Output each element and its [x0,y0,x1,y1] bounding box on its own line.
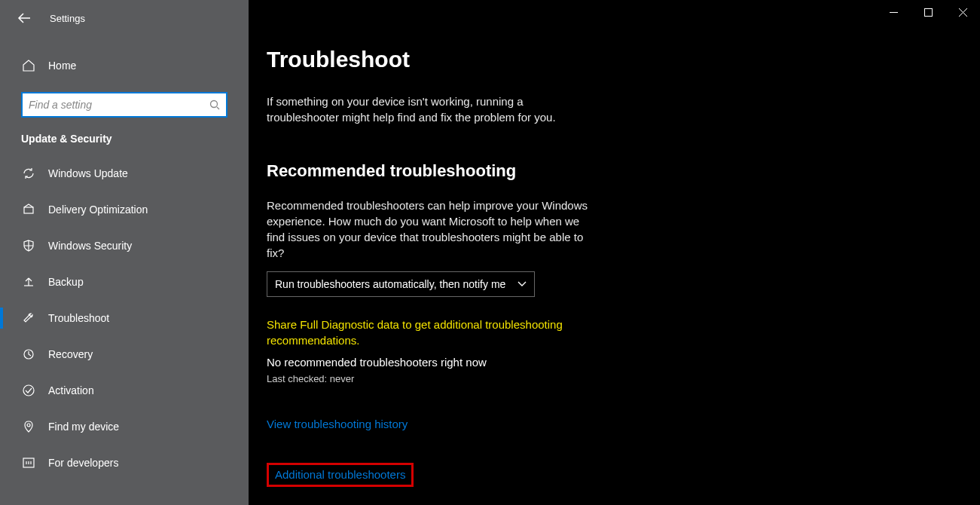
sidebar-item-label: Delivery Optimization [48,204,148,216]
close-button[interactable] [945,0,980,24]
status-text: No recommended troubleshooters right now [267,356,749,369]
sidebar: Settings Home Update & Security Windo [0,0,249,505]
additional-troubleshooters-link[interactable]: Additional troubleshooters [275,468,405,481]
shield-icon [21,239,36,252]
svg-point-3 [23,385,34,396]
window-controls [876,0,980,24]
minimize-icon [890,8,898,17]
sidebar-item-label: Windows Update [48,167,128,179]
diagnostic-warning[interactable]: Share Full Diagnostic data to get additi… [267,317,568,348]
sidebar-item-for-developers[interactable]: For developers [0,445,249,481]
main-content: Troubleshoot If something on your device… [249,0,980,505]
activation-icon [21,384,36,397]
app-title: Settings [50,13,85,24]
developers-icon [21,456,36,470]
sidebar-item-home[interactable]: Home [0,51,249,80]
wrench-icon [21,311,36,325]
page-title: Troubleshoot [267,47,749,72]
sidebar-item-label: Recovery [48,348,93,360]
search-input[interactable] [23,93,226,116]
location-icon [21,420,36,433]
svg-point-0 [211,101,218,108]
maximize-icon [924,8,933,17]
sidebar-item-backup[interactable]: Backup [0,264,249,300]
view-history-link[interactable]: View troubleshooting history [267,418,408,430]
troubleshooter-preference-dropdown[interactable]: Run troubleshooters automatically, then … [267,271,535,297]
sidebar-item-label: Windows Security [48,240,132,252]
sidebar-item-label: Find my device [48,421,119,433]
svg-rect-1 [24,207,33,213]
intro-text: If something on your device isn't workin… [267,93,591,125]
arrow-left-icon [17,12,31,24]
sidebar-item-troubleshoot[interactable]: Troubleshoot [0,300,249,336]
sidebar-item-label: Activation [48,384,94,396]
backup-icon [21,275,36,289]
section-heading: Recommended troubleshooting [267,161,749,181]
close-icon [959,8,967,17]
sidebar-item-label: Troubleshoot [48,312,109,324]
last-checked-text: Last checked: never [267,373,749,384]
home-icon [21,59,36,72]
minimize-button[interactable] [876,0,911,24]
svg-rect-6 [924,8,932,16]
search-icon [209,99,220,110]
home-label: Home [48,60,76,72]
search-box[interactable] [21,92,227,118]
sidebar-header: Settings [0,0,249,36]
sidebar-section-title: Update & Security [0,133,249,155]
dropdown-value: Run troubleshooters automatically, then … [275,278,505,290]
back-button[interactable] [12,6,36,30]
section-description: Recommended troubleshooters can help imp… [267,197,598,261]
maximize-button[interactable] [911,0,945,24]
svg-point-4 [27,424,30,427]
sync-icon [21,167,36,180]
nav-list: Windows Update Delivery Optimization Win… [0,155,249,481]
search-wrapper [0,92,249,133]
sidebar-item-activation[interactable]: Activation [0,372,249,409]
sidebar-item-recovery[interactable]: Recovery [0,336,249,372]
sidebar-item-label: For developers [48,457,118,469]
additional-troubleshooters-highlight: Additional troubleshooters [267,463,414,487]
sidebar-item-windows-update[interactable]: Windows Update [0,155,249,191]
sidebar-item-windows-security[interactable]: Windows Security [0,228,249,264]
sidebar-item-label: Backup [48,276,84,288]
sidebar-item-delivery-optimization[interactable]: Delivery Optimization [0,191,249,228]
delivery-icon [21,203,36,216]
chevron-down-icon [517,281,527,287]
recovery-icon [21,347,36,361]
sidebar-item-find-my-device[interactable]: Find my device [0,409,249,445]
